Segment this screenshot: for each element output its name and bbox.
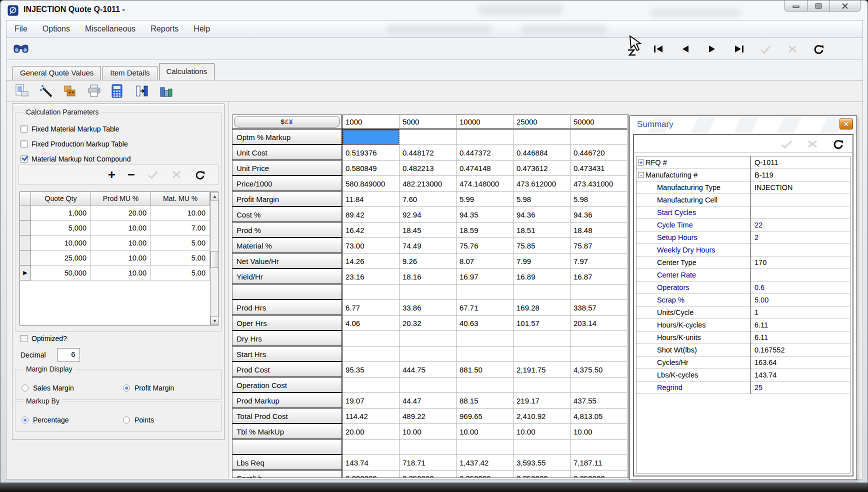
value-cell[interactable]: 92.94 xyxy=(400,207,456,222)
row-label[interactable]: Operation Cost xyxy=(232,378,342,393)
summary-value[interactable]: INJECTION xyxy=(751,182,850,194)
scroll-up-icon[interactable]: ▲ xyxy=(210,192,219,200)
value-cell[interactable]: 95.35 xyxy=(342,362,400,378)
minimize-button[interactable] xyxy=(784,0,808,12)
checkbox-fixed-material-markup[interactable]: Fixed Material Markup Table xyxy=(20,124,120,134)
qty-grid-row[interactable]: 1,000 20.00 10.00 xyxy=(20,206,210,220)
summary-value[interactable]: 0.167552 xyxy=(751,344,850,356)
value-cell[interactable]: 5.99 xyxy=(456,192,514,207)
summary-value[interactable] xyxy=(751,244,850,256)
value-cell[interactable]: 74.49 xyxy=(400,238,456,254)
row-label[interactable]: Cost/Lb xyxy=(232,470,342,478)
checkbox-fixed-production-markup[interactable]: Fixed Production Markup Table xyxy=(20,140,128,148)
value-cell[interactable]: 2.350000 xyxy=(456,470,514,478)
value-cell[interactable] xyxy=(514,378,570,393)
value-cell[interactable]: 2.350000 xyxy=(570,470,628,478)
mat-mu-cell[interactable]: 7.00 xyxy=(151,220,210,236)
value-cell[interactable] xyxy=(514,130,570,145)
checkbox-box[interactable] xyxy=(20,335,28,342)
row-label[interactable]: Dry Hrs xyxy=(232,331,342,346)
value-cell[interactable] xyxy=(342,378,400,393)
quote-qty-cell[interactable]: 1,000 xyxy=(31,206,91,220)
menu-file[interactable]: File xyxy=(14,24,28,34)
value-cell[interactable]: 473.431000 xyxy=(570,176,628,192)
summary-value[interactable]: 22 xyxy=(751,219,850,232)
value-cell[interactable]: 881.50 xyxy=(456,362,514,378)
menu-options[interactable]: Options xyxy=(42,24,70,34)
scroll-down-icon[interactable]: ▼ xyxy=(210,316,219,325)
radio-dot[interactable] xyxy=(22,384,28,392)
value-cell[interactable]: 2.800000 xyxy=(342,470,400,478)
scrollbar-thumb[interactable] xyxy=(210,251,219,268)
value-cell[interactable]: 20.32 xyxy=(400,316,456,331)
value-cell[interactable]: 338.57 xyxy=(570,300,628,316)
cancel-icon[interactable] xyxy=(171,170,182,180)
collapse-icon[interactable]: - xyxy=(638,172,644,178)
quote-qty-cell[interactable]: 5,000 xyxy=(31,220,91,236)
value-cell[interactable]: 40.63 xyxy=(456,316,514,331)
value-cell[interactable]: 73.00 xyxy=(342,238,400,254)
checkbox-box[interactable] xyxy=(20,156,28,162)
row-selector[interactable] xyxy=(20,250,31,266)
value-cell[interactable] xyxy=(456,346,514,362)
row-label[interactable]: Lbs Req xyxy=(232,455,342,470)
row-selector[interactable]: ▶ xyxy=(20,266,31,280)
value-cell[interactable]: 18.51 xyxy=(514,222,570,238)
value-cell[interactable]: 437.55 xyxy=(570,393,628,408)
summary-value[interactable]: 6.11 xyxy=(751,319,850,332)
value-cell[interactable]: 969.65 xyxy=(456,408,514,424)
row-selector[interactable] xyxy=(20,206,31,220)
summary-value[interactable] xyxy=(751,269,850,282)
row-label[interactable]: Total Prod Cost xyxy=(232,408,342,424)
cancel-icon[interactable] xyxy=(806,139,818,149)
row-label[interactable]: Prod % xyxy=(232,222,342,238)
value-cell[interactable]: 75.76 xyxy=(456,238,514,254)
summary-value[interactable]: 25 xyxy=(751,382,850,394)
value-cell[interactable]: 16.89 xyxy=(514,269,570,284)
value-cell[interactable]: 1,437.42 xyxy=(456,455,514,470)
radio-points[interactable]: Points xyxy=(123,416,154,424)
mat-mu-cell[interactable]: 5.00 xyxy=(151,266,210,280)
value-cell[interactable]: 169.28 xyxy=(514,300,570,316)
row-label[interactable]: Yield/Hr xyxy=(232,269,342,284)
cancel-icon[interactable] xyxy=(786,43,798,55)
value-cell[interactable]: 23.16 xyxy=(342,269,400,284)
qty-column-header[interactable]: 5000 xyxy=(400,115,456,130)
summary-value[interactable]: 5.00 xyxy=(751,294,850,306)
magic-wand-icon[interactable] xyxy=(38,84,54,98)
menu-miscellaneous[interactable]: Miscellaneous xyxy=(85,24,136,34)
value-cell[interactable]: 33.86 xyxy=(400,300,456,316)
checkbox-box[interactable] xyxy=(20,126,28,132)
qty-column-header[interactable]: 50000 xyxy=(570,115,628,130)
row-label[interactable]: Cost % xyxy=(232,207,342,222)
value-cell[interactable]: 0.482213 xyxy=(400,160,456,176)
value-cell[interactable] xyxy=(514,284,570,300)
print-icon[interactable] xyxy=(86,84,102,98)
value-cell[interactable] xyxy=(342,440,400,455)
value-cell[interactable]: 18.45 xyxy=(400,222,456,238)
accept-icon[interactable] xyxy=(760,43,772,55)
value-cell[interactable]: 88.15 xyxy=(456,393,514,408)
binoculars-icon[interactable] xyxy=(14,42,28,56)
value-cell[interactable] xyxy=(456,440,514,455)
value-cell[interactable]: 482.213000 xyxy=(400,176,456,192)
qty-grid-row[interactable]: 25,000 10.00 5.00 xyxy=(20,250,210,266)
value-cell[interactable]: 11.84 xyxy=(342,192,400,207)
value-cell[interactable]: 718.71 xyxy=(400,455,456,470)
value-cell[interactable]: 219.17 xyxy=(514,393,570,408)
value-cell[interactable]: 5.98 xyxy=(570,192,628,207)
summary-title-bar[interactable]: Summary ✕ xyxy=(630,116,856,133)
value-cell[interactable] xyxy=(570,331,628,346)
value-cell[interactable] xyxy=(570,346,628,362)
value-cell[interactable] xyxy=(570,284,628,300)
row-label[interactable]: Optm % Markup xyxy=(232,130,342,145)
value-cell[interactable]: 6.77 xyxy=(342,300,400,316)
value-cell[interactable]: 4.06 xyxy=(342,316,400,331)
mat-mu-cell[interactable]: 5.00 xyxy=(151,236,210,250)
value-cell[interactable]: 489.22 xyxy=(400,408,456,424)
menu-help[interactable]: Help xyxy=(194,24,210,34)
value-cell[interactable]: 0.473431 xyxy=(570,160,628,176)
value-cell[interactable] xyxy=(570,378,628,393)
value-cell[interactable]: 0.446884 xyxy=(514,145,570,160)
value-cell[interactable]: 0.446720 xyxy=(570,145,628,160)
